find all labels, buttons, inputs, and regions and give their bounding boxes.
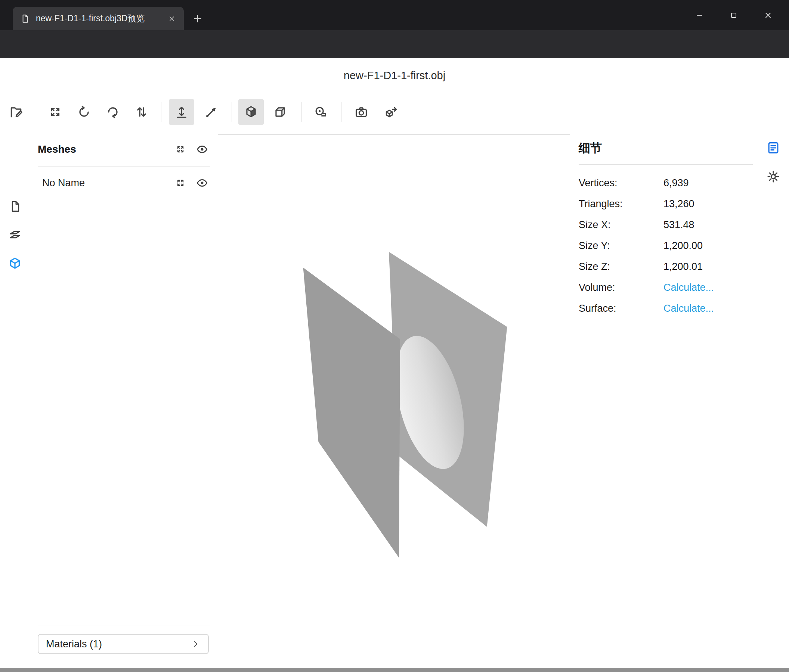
- window-close-button[interactable]: [751, 0, 785, 30]
- panel-divider: [579, 164, 753, 165]
- measure-tape-icon[interactable]: [308, 99, 333, 125]
- file-info-icon[interactable]: [7, 198, 23, 215]
- detail-row-volume: Volume: Calculate...: [579, 277, 753, 298]
- detail-row-triangles: Triangles: 13,260: [579, 193, 753, 214]
- detail-value: 531.48: [663, 219, 753, 231]
- window-minimize-button[interactable]: [682, 0, 717, 30]
- mesh-visibility-eye-icon[interactable]: [196, 177, 208, 189]
- rotate-z-icon[interactable]: [100, 99, 126, 125]
- 3d-model-render[interactable]: [218, 135, 570, 655]
- page-title: new-F1-D1-1-first.obj: [0, 69, 789, 82]
- panel-divider: [38, 166, 210, 167]
- wireframe-box-icon[interactable]: [267, 99, 293, 125]
- model-cube-icon[interactable]: [7, 255, 23, 272]
- toolbar-divider: [341, 102, 342, 122]
- toolbar-divider: [36, 102, 36, 122]
- detail-row-vertices: Vertices: 6,939: [579, 172, 753, 193]
- mesh-name: No Name: [42, 177, 85, 189]
- calculate-surface-link[interactable]: Calculate...: [663, 303, 753, 314]
- detail-row-size-z: Size Z: 1,200.01: [579, 256, 753, 277]
- fit-mesh-icon[interactable]: [175, 178, 186, 188]
- detail-row-size-y: Size Y: 1,200.00: [579, 235, 753, 256]
- detail-value: 6,939: [663, 177, 753, 189]
- tab-title: new-F1-D1-1-first.obj3D预览: [36, 13, 159, 24]
- fit-all-icon[interactable]: [175, 144, 186, 154]
- details-panel-header: 细节: [579, 140, 752, 156]
- window-maximize-button[interactable]: [717, 0, 751, 30]
- open-file-icon[interactable]: [3, 99, 29, 125]
- detail-label: Size Z:: [579, 261, 663, 272]
- detail-label: Triangles:: [579, 198, 663, 210]
- model-viewport[interactable]: [218, 134, 570, 655]
- detail-value: 1,200.00: [663, 240, 753, 252]
- materials-button-label: Materials (1): [46, 639, 102, 650]
- detail-row-surface: Surface: Calculate...: [579, 298, 753, 319]
- details-list-icon[interactable]: [765, 140, 781, 156]
- details-rows: Vertices: 6,939 Triangles: 13,260 Size X…: [579, 172, 753, 319]
- browser-window: new-F1-D1-1-first.obj3D预览: [0, 0, 789, 672]
- meshes-panel-header: Meshes: [38, 139, 210, 160]
- window-controls: [682, 0, 785, 30]
- detail-value: 1,200.01: [663, 261, 753, 272]
- visibility-eye-icon[interactable]: [196, 143, 208, 155]
- browser-tab[interactable]: new-F1-D1-1-first.obj3D预览: [13, 7, 184, 30]
- move-tool-icon[interactable]: [169, 99, 194, 125]
- materials-button[interactable]: Materials (1): [38, 634, 209, 654]
- detail-value: 13,260: [663, 198, 753, 210]
- toolbar-divider: [161, 102, 161, 122]
- flip-vertical-icon[interactable]: [129, 99, 154, 125]
- preview-page: new-F1-D1-1-first.obj: [0, 58, 789, 668]
- screenshot-camera-icon[interactable]: [348, 99, 374, 125]
- browser-navbar: https://file.kkview.cn/onlinePreview?url…: [0, 30, 789, 58]
- new-tab-button[interactable]: [190, 11, 205, 26]
- browser-titlebar: new-F1-D1-1-first.obj3D预览: [0, 0, 789, 30]
- viewer-toolbar: [0, 99, 789, 126]
- toolbar-divider: [232, 102, 232, 122]
- export-model-icon[interactable]: [379, 99, 404, 125]
- detail-row-size-x: Size X: 531.48: [579, 214, 753, 235]
- detail-label: Size X:: [579, 219, 663, 231]
- tab-favicon-document-icon: [20, 14, 30, 24]
- left-plane: [303, 268, 400, 558]
- meshes-title: Meshes: [38, 143, 76, 155]
- detail-label: Vertices:: [579, 177, 663, 189]
- materials-icon[interactable]: [7, 227, 23, 244]
- chevron-right-icon: [191, 639, 201, 649]
- tab-close-icon[interactable]: [165, 12, 179, 25]
- detail-label: Surface:: [579, 303, 663, 314]
- toolbar-divider: [301, 102, 302, 122]
- calculate-volume-link[interactable]: Calculate...: [663, 282, 753, 293]
- fit-view-icon[interactable]: [43, 99, 68, 125]
- shading-cube-icon[interactable]: [238, 99, 264, 125]
- panel-divider: [38, 625, 210, 625]
- measure-line-icon[interactable]: [199, 99, 224, 125]
- mesh-list-item[interactable]: No Name: [42, 172, 210, 193]
- detail-label: Volume:: [579, 282, 663, 293]
- settings-gear-icon[interactable]: [765, 168, 781, 185]
- window-bottom-edge: [0, 668, 789, 672]
- detail-label: Size Y:: [579, 240, 663, 252]
- rotate-y-icon[interactable]: [71, 99, 97, 125]
